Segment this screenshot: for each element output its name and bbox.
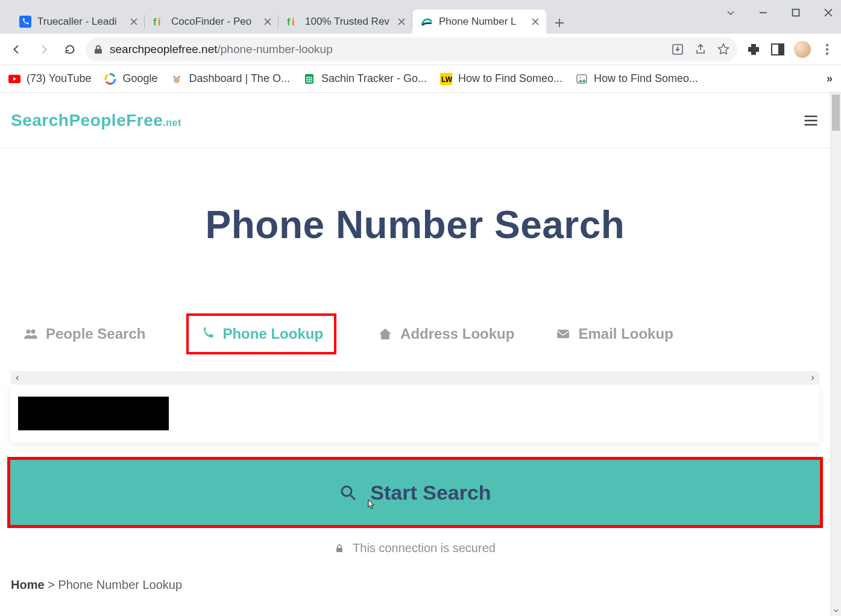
sheets-icon	[303, 73, 315, 85]
svg-rect-27	[557, 330, 569, 338]
svg-rect-9	[778, 44, 784, 55]
phone-input[interactable]	[11, 385, 819, 442]
new-tab-button[interactable]	[549, 12, 570, 34]
close-icon[interactable]	[397, 17, 406, 27]
tab-email-lookup[interactable]: Email Lookup	[555, 325, 673, 342]
breadcrumb: Home > Phone Number Lookup	[11, 578, 830, 592]
tab-people-search[interactable]: People Search	[23, 325, 145, 342]
scrollbar-thumb[interactable]	[832, 95, 840, 131]
tab-title: Truecaller - Leadi	[37, 16, 123, 28]
bookmark-label: Dashboard | The O...	[189, 72, 289, 85]
maximize-button[interactable]	[786, 2, 806, 23]
scroll-left-arrow-icon[interactable]	[11, 371, 24, 385]
toolbar-right-cluster	[742, 41, 835, 58]
phone-blue-icon	[19, 16, 31, 28]
sidepanel-icon[interactable]	[770, 42, 786, 57]
horizontal-scrollbar[interactable]	[11, 371, 819, 385]
address-bar[interactable]: searchpeoplefree.net/phone-number-lookup	[86, 37, 737, 61]
bookmark-label: Google	[122, 72, 157, 85]
page-title: Phone Number Search	[0, 203, 830, 247]
window-controls	[720, 2, 839, 23]
svg-rect-5	[793, 10, 799, 16]
chevron-down-icon[interactable]	[720, 2, 741, 23]
bookmark-label: How to Find Someo...	[458, 72, 562, 85]
close-icon[interactable]	[263, 17, 272, 27]
picture-icon	[576, 73, 588, 85]
svg-rect-0	[19, 16, 31, 28]
vertical-scrollbar[interactable]	[830, 93, 841, 616]
tab-truecaller[interactable]: Truecaller - Leadi	[11, 10, 145, 34]
svg-point-11	[826, 48, 828, 51]
svg-point-25	[27, 330, 31, 334]
omnibox-actions	[671, 43, 730, 56]
svg-text:f: f	[153, 17, 157, 27]
tab-phone-number-lookup[interactable]: Phone Number L	[412, 10, 546, 34]
bookmark-google[interactable]: Google	[104, 72, 157, 85]
tab-cocofinder[interactable]: fi CocoFinder - Peo	[145, 10, 279, 34]
reload-button[interactable]	[59, 39, 81, 60]
svg-point-28	[342, 486, 351, 496]
scroll-down-arrow-icon[interactable]	[831, 605, 841, 616]
tab-trusted-rev[interactable]: fi 100% Trusted Rev	[279, 10, 412, 34]
breadcrumb-sep: >	[48, 578, 55, 591]
search-icon	[339, 483, 357, 501]
site-logo[interactable]: SearchPeopleFree.net	[11, 111, 181, 130]
secure-text: This connection is secured	[353, 541, 496, 555]
hamburger-menu-icon[interactable]	[802, 112, 819, 129]
bookmarks-overflow[interactable]: »	[827, 72, 833, 85]
people-icon	[23, 326, 39, 342]
svg-rect-6	[95, 49, 102, 54]
close-icon[interactable]	[129, 17, 139, 27]
svg-point-18	[174, 77, 180, 83]
scroll-right-arrow-icon[interactable]	[806, 371, 819, 385]
lock-icon	[335, 544, 344, 553]
tab-title: 100% Trusted Rev	[305, 16, 391, 28]
back-button[interactable]	[6, 39, 28, 60]
bookmark-youtube[interactable]: (73) YouTube	[8, 72, 91, 85]
bookmarks-bar: (73) YouTube Google Dashboard | The O...…	[0, 65, 841, 93]
pointer-cursor-icon	[365, 498, 376, 512]
extensions-icon[interactable]	[746, 42, 761, 57]
breadcrumb-home[interactable]: Home	[11, 578, 45, 591]
tab-title: CocoFinder - Peo	[171, 16, 257, 28]
start-search-highlight: Start Search	[7, 457, 823, 528]
bookmark-label: Sachin Tracker - Go...	[321, 72, 427, 85]
svg-point-10	[826, 44, 828, 46]
tab-strip: Truecaller - Leadi fi CocoFinder - Peo f…	[0, 5, 570, 34]
search-type-tabs: People Search Phone Lookup Address Looku…	[0, 313, 830, 354]
tab-phone-lookup[interactable]: Phone Lookup	[186, 313, 336, 354]
lock-icon	[93, 44, 104, 55]
breadcrumb-current: Phone Number Lookup	[58, 578, 182, 591]
fi-green-icon: fi	[287, 16, 299, 28]
tab-address-lookup[interactable]: Address Lookup	[377, 325, 514, 342]
profile-avatar[interactable]	[794, 41, 811, 58]
forward-button[interactable]	[33, 39, 54, 60]
page-content: SearchPeopleFree.net Phone Number Search…	[0, 93, 830, 616]
bookmark-howtofind-1[interactable]: LW How to Find Someo...	[440, 72, 562, 85]
svg-rect-29	[336, 548, 342, 552]
page-viewport: SearchPeopleFree.net Phone Number Search…	[0, 93, 841, 616]
share-icon[interactable]	[694, 43, 707, 56]
close-icon[interactable]	[531, 17, 540, 27]
install-icon[interactable]	[671, 43, 684, 56]
bookmark-sheets[interactable]: Sachin Tracker - Go...	[303, 72, 427, 85]
bookmark-dashboard[interactable]: Dashboard | The O...	[171, 72, 289, 85]
tab-label: Email Lookup	[578, 325, 673, 342]
browser-titlebar: Truecaller - Leadi fi CocoFinder - Peo f…	[0, 0, 841, 34]
youtube-icon	[8, 73, 20, 85]
browser-toolbar: searchpeoplefree.net/phone-number-lookup	[0, 34, 841, 65]
svg-point-24	[579, 77, 581, 78]
bookmark-howtofind-2[interactable]: How to Find Someo...	[576, 72, 698, 85]
start-search-button[interactable]: Start Search	[10, 460, 820, 525]
close-window-button[interactable]	[818, 2, 839, 23]
phone-icon	[200, 326, 215, 342]
url-text: searchpeoplefree.net/phone-number-lookup	[110, 43, 333, 56]
kebab-menu-icon[interactable]	[819, 42, 835, 57]
home-icon	[377, 326, 393, 342]
deer-icon	[171, 73, 183, 85]
star-icon[interactable]	[717, 43, 730, 56]
fi-green-icon: fi	[153, 16, 165, 28]
svg-text:i: i	[292, 17, 294, 27]
bookmark-label: (73) YouTube	[27, 72, 91, 85]
minimize-button[interactable]	[753, 2, 773, 23]
